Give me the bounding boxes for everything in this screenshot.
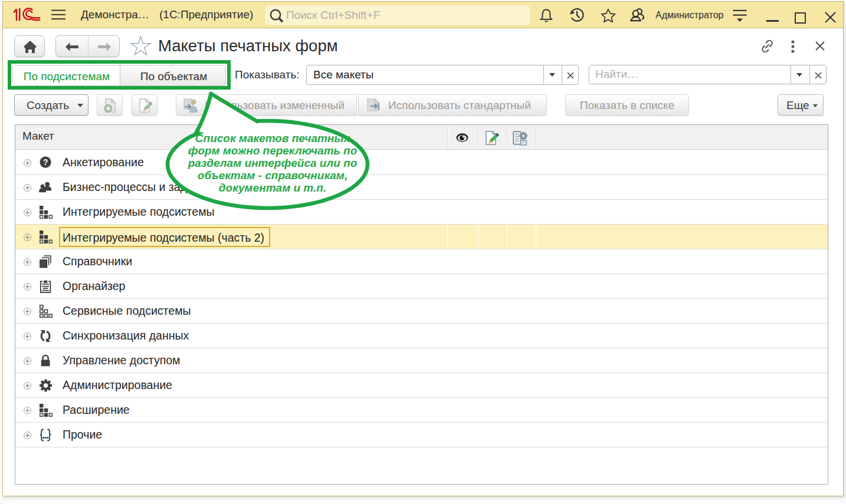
svg-text:?: ? <box>43 158 48 167</box>
